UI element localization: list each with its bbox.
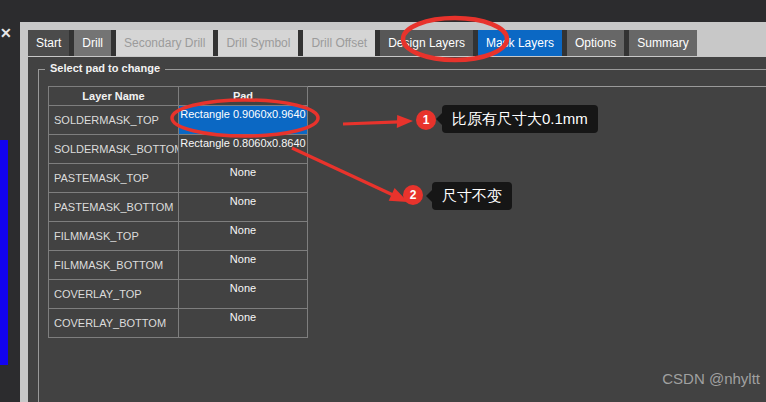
tab-drill[interactable]: Drill [74, 30, 111, 56]
tab-design-layers[interactable]: Design Layers [380, 30, 473, 56]
table-row: PASTEMASK_BOTTOM None [49, 193, 308, 222]
pad-value-cell[interactable]: None [179, 280, 308, 309]
layer-name-cell: SOLDERMASK_TOP [49, 106, 179, 135]
tab-drill-offset: Drill Offset [303, 30, 375, 56]
pad-value-cell[interactable]: None [179, 193, 308, 222]
pad-value-cell[interactable]: None [179, 251, 308, 280]
watermark: CSDN @nhyltt [662, 370, 760, 387]
pad-value-cell[interactable]: Rectangle 0.8060x0.8640 [179, 135, 308, 164]
annotation-badge-1: 1 [416, 110, 436, 130]
table-row: COVERLAY_BOTTOM None [49, 309, 308, 338]
annotation-tooltip-1: 比原有尺寸大0.1mm [442, 105, 598, 133]
table-row: PASTEMASK_TOP None [49, 164, 308, 193]
pad-value-cell[interactable]: None [179, 222, 308, 251]
annotation-tooltip-2: 尺寸不变 [432, 182, 512, 210]
tab-secondary-drill: Secondary Drill [116, 30, 213, 56]
tab-drill-symbol: Drill Symbol [218, 30, 298, 56]
table-row: COVERLAY_TOP None [49, 280, 308, 309]
table-row: FILMMASK_BOTTOM None [49, 251, 308, 280]
pad-value-cell[interactable]: None [179, 309, 308, 338]
layer-name-cell: COVERLAY_BOTTOM [49, 309, 179, 338]
wizard-tabs: Start Drill Secondary Drill Drill Symbol… [28, 30, 702, 56]
tab-options[interactable]: Options [567, 30, 624, 56]
tab-summary[interactable]: Summary [629, 30, 696, 56]
annotation-badge-2: 2 [403, 185, 423, 205]
column-header-layer-name: Layer Name [49, 87, 179, 106]
pad-value-cell[interactable]: None [179, 164, 308, 193]
table-row: SOLDERMASK_TOP Rectangle 0.9060x0.9640 [49, 106, 308, 135]
pad-value-cell-selected[interactable]: Rectangle 0.9060x0.9640 [179, 106, 308, 135]
layer-name-cell: PASTEMASK_BOTTOM [49, 193, 179, 222]
layer-name-cell: FILMMASK_BOTTOM [49, 251, 179, 280]
background-blue-strip [0, 140, 8, 365]
layer-name-cell: COVERLAY_TOP [49, 280, 179, 309]
groupbox-title: Select pad to change [45, 62, 165, 74]
tab-start[interactable]: Start [28, 30, 69, 56]
layer-name-cell: SOLDERMASK_BOTTOM [49, 135, 179, 164]
close-icon[interactable]: ✕ [0, 25, 14, 41]
layer-name-cell: FILMMASK_TOP [49, 222, 179, 251]
layer-name-cell: PASTEMASK_TOP [49, 164, 179, 193]
table-row: FILMMASK_TOP None [49, 222, 308, 251]
table-header-row: Layer Name Pad [49, 87, 308, 106]
tab-mask-layers[interactable]: Mask Layers [478, 30, 562, 56]
column-header-pad: Pad [179, 87, 308, 106]
table-row: SOLDERMASK_BOTTOM Rectangle 0.8060x0.864… [49, 135, 308, 164]
dialog-left-edge [20, 22, 28, 402]
pad-table: Layer Name Pad SOLDERMASK_TOP Rectangle … [48, 86, 308, 338]
